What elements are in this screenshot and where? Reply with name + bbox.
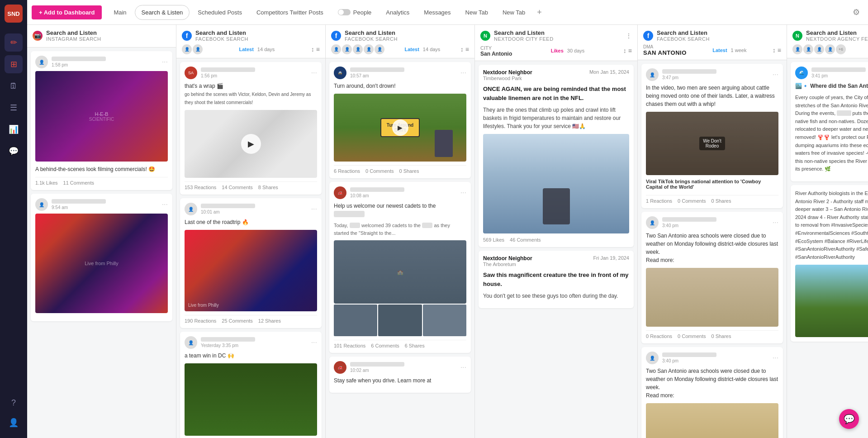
sidebar-icon-user[interactable]: 👤	[5, 414, 23, 432]
avatar: 👤	[35, 56, 48, 68]
add-dashboard-button[interactable]: + Add to Dashboard	[32, 5, 102, 19]
nd-likes[interactable]: 569 Likes	[483, 237, 504, 243]
shares-count[interactable]: 0 Shares	[711, 333, 731, 339]
comments-count[interactable]: 6 Comments	[371, 343, 399, 348]
photo-cell	[423, 305, 466, 336]
post-text: Turn around, don't drown!	[334, 82, 466, 90]
comments-count[interactable]: 0 Comments	[365, 168, 394, 174]
filter-icon[interactable]: ≡	[778, 47, 781, 54]
nextdoor-column-1-header: N Search and Listen NEXTDOOR CITY FEED ⋮…	[475, 25, 637, 61]
reactions-count[interactable]: 153 Reactions	[185, 185, 216, 190]
nd-post-title: 🏙️🔹 Where did the San Antonio go?!?!	[795, 82, 868, 90]
post-more-icon[interactable]: ···	[460, 189, 466, 197]
tab-people[interactable]: People	[332, 5, 378, 19]
sidebar-icon-calendar[interactable]: 🗓	[5, 77, 23, 95]
nextdoor-column-2-header: N Search and Listen NEXTDOOR AGENCY FEED…	[787, 25, 868, 58]
tab-search-listen[interactable]: Search & Listen	[135, 5, 190, 20]
sidebar-icon-chat[interactable]: 💬	[5, 142, 23, 160]
reactions-count[interactable]: 1 Reactions	[646, 198, 672, 204]
tab-main[interactable]: Main	[107, 5, 133, 19]
reactions-count[interactable]: 101 Reactions	[334, 343, 365, 348]
dma-label: DMA	[643, 44, 687, 49]
likes-count[interactable]: 1.1k Likes	[35, 180, 58, 186]
shares-count[interactable]: 0 Shares	[399, 168, 419, 174]
comments-count[interactable]: 14 Comments	[222, 185, 252, 190]
post-more-icon[interactable]: ···	[773, 354, 778, 362]
tab-competitors-posts[interactable]: Competitors Twitter Posts	[250, 5, 330, 19]
sidebar-icon-list[interactable]: ☰	[5, 99, 23, 117]
nd-comments[interactable]: 46 Comments	[510, 237, 541, 243]
filter-icon[interactable]: ≡	[465, 46, 469, 53]
tab-analytics[interactable]: Analytics	[379, 5, 416, 19]
post-time: Yesterday 3:35 pm	[201, 343, 308, 348]
post-more-icon[interactable]: ···	[311, 338, 317, 347]
post-time: 10:57 am	[350, 73, 457, 78]
tab-messages[interactable]: Messages	[417, 5, 457, 19]
mini-avatar: 👤	[182, 44, 192, 54]
mini-avatar: 👤	[375, 44, 384, 54]
sort-down-icon[interactable]: ↕	[460, 46, 464, 53]
reactions-count[interactable]: 190 Reactions	[185, 318, 216, 324]
tab-scheduled-posts[interactable]: Scheduled Posts	[191, 5, 248, 19]
more-options-icon[interactable]: ⋮	[626, 32, 632, 39]
post-stats: 1 Reactions 0 Comments 0 Shares	[646, 195, 778, 204]
nextdoor-column-1: N Search and Listen NEXTDOOR CITY FEED ⋮…	[475, 25, 638, 438]
filter-icon[interactable]: ≡	[316, 46, 320, 53]
shares-count[interactable]: 12 Shares	[258, 318, 281, 324]
sidebar-icon-grid[interactable]: ⊞	[5, 55, 23, 73]
latest-badge: Latest	[239, 47, 253, 52]
sidebar-icon-chart[interactable]: 📊	[5, 120, 23, 138]
settings-icon[interactable]: ⚙	[849, 5, 863, 19]
sort-down-icon[interactable]: ↕	[623, 47, 626, 54]
instagram-column-body: 👤 1:58 pm ··· H-E-B SCIENTIFIC A be	[27, 48, 176, 438]
post-more-icon[interactable]: ···	[773, 219, 778, 227]
post-image-indoor: We Don'tRodeo	[646, 112, 778, 175]
shares-count[interactable]: 6 Shares	[405, 343, 425, 348]
post-time: 10:02 am	[350, 368, 457, 373]
post-image-classroom2	[646, 403, 778, 438]
reactions-count[interactable]: 0 Reactions	[646, 333, 672, 339]
sidebar-icon-compose[interactable]: ✏	[5, 33, 23, 52]
facebook-column-3: f Search and Listen FACEBOOK SEARCH DMA …	[638, 25, 787, 438]
post-stats: 153 Reactions 14 Comments 8 Shares	[185, 181, 317, 190]
nd-image-snowy	[483, 134, 629, 233]
latest-badge: Latest	[712, 48, 727, 53]
shares-count[interactable]: 8 Shares	[258, 185, 278, 190]
post-card: 👤 1:58 pm ··· H-E-B SCIENTIFIC A be	[31, 51, 172, 190]
likes-badge: Likes	[551, 48, 564, 53]
nextdoor-post: Nextdoor Neighbor Timberwood Park Mon Ja…	[479, 65, 634, 247]
facebook-platform-icon: f	[182, 31, 192, 41]
post-card: 👤 3:40 pm ··· Two San Antonio area schoo…	[641, 212, 783, 343]
nd-date: Fri Jan 19, 2024	[593, 255, 630, 261]
latest-badge: Latest	[404, 47, 419, 52]
col-subtitle: NEXTDOOR AGENCY FEED	[806, 36, 868, 42]
tab-new-tab-2[interactable]: New Tab	[496, 5, 531, 19]
post-more-icon[interactable]: ···	[311, 205, 317, 213]
days-label: 30 days	[567, 48, 585, 53]
post-more-icon[interactable]: ···	[773, 71, 778, 79]
sidebar-icon-help[interactable]: ?	[5, 394, 23, 412]
sort-down-icon[interactable]: ↕	[773, 47, 776, 54]
post-more-icon[interactable]: ···	[311, 69, 317, 77]
days-label: 1 week	[731, 48, 747, 53]
shares-count[interactable]: 0 Shares	[711, 198, 731, 204]
add-tab-button[interactable]: +	[533, 6, 545, 19]
sort-down-icon[interactable]: ↕	[311, 46, 314, 53]
comments-count[interactable]: 11 Comments	[63, 180, 94, 186]
reactions-count[interactable]: 6 Reactions	[334, 168, 360, 174]
post-more-icon[interactable]: ···	[162, 58, 168, 66]
post-more-icon[interactable]: ···	[460, 363, 466, 371]
instagram-col-subtitle: INSTAGRAM SEARCH	[46, 36, 101, 42]
filter-icon[interactable]: ≡	[628, 47, 632, 54]
play-button[interactable]: ▶	[241, 134, 261, 154]
post-more-icon[interactable]: ···	[162, 200, 168, 209]
post-more-icon[interactable]: ···	[460, 69, 466, 77]
comments-count[interactable]: 0 Comments	[678, 333, 706, 339]
comments-count[interactable]: 25 Comments	[222, 318, 252, 324]
tab-new-tab-1[interactable]: New Tab	[459, 5, 494, 19]
facebook-column-1-header: f Search and Listen FACEBOOK SEARCH 👤 👤 …	[176, 25, 325, 58]
play-button[interactable]: ▶	[392, 119, 408, 136]
chat-support-button[interactable]: 💬	[839, 409, 859, 429]
comments-count[interactable]: 0 Comments	[678, 198, 706, 204]
post-card: 🚒 10:02 am ··· Stay safe when you drive.…	[329, 357, 471, 393]
